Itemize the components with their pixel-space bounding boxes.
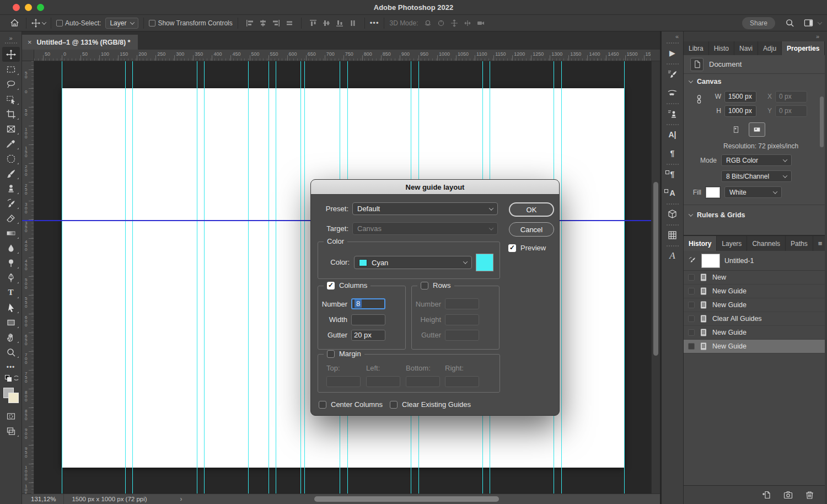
canvas-height-field[interactable]: 1000 px	[724, 105, 756, 117]
canvas-width-field[interactable]: 1500 px	[724, 91, 756, 103]
zoom-level[interactable]: 131,12%	[31, 496, 56, 502]
tab-properties[interactable]: Properties	[782, 41, 825, 55]
history-state-new[interactable]: New	[684, 271, 825, 285]
align-right-icon[interactable]	[270, 17, 283, 29]
new-snapshot-icon[interactable]	[783, 490, 793, 500]
brush-settings-panel-icon[interactable]	[662, 65, 683, 83]
glyph-alternates-panel-icon[interactable]: A	[662, 246, 683, 265]
crop-tool[interactable]	[2, 106, 20, 121]
vertical-guide[interactable]	[204, 61, 205, 494]
vertical-guide[interactable]	[276, 61, 276, 494]
color-mode-dropdown[interactable]: RGB Color	[721, 154, 792, 166]
horizontal-scrollbar-thumb[interactable]	[314, 496, 499, 502]
vertical-guide[interactable]	[304, 61, 305, 494]
zoom-tool[interactable]	[2, 345, 20, 360]
hand-tool[interactable]	[2, 330, 20, 345]
preview-checkbox[interactable]	[508, 244, 516, 252]
quick-mask-button[interactable]	[2, 409, 20, 423]
clear-existing-guides-checkbox[interactable]	[390, 401, 398, 409]
vertical-guide[interactable]	[62, 61, 62, 494]
color-swatch-large[interactable]	[476, 254, 493, 271]
history-snapshot-row[interactable]: Untitled-1	[684, 251, 825, 271]
home-icon[interactable]	[8, 17, 21, 29]
panel-menu-icon[interactable]: ≡	[813, 236, 827, 251]
document-tab[interactable]: × Untitled–1 @ 131% (RGB/8) *	[22, 35, 138, 50]
pen-tool[interactable]	[2, 270, 20, 285]
history-state-new-guide[interactable]: New Guide	[684, 285, 825, 298]
panel-scrollbar-thumb[interactable]	[820, 96, 824, 147]
portrait-orientation-button[interactable]	[728, 122, 744, 137]
new-document-from-state-icon[interactable]	[761, 490, 772, 500]
swap-colors-icon[interactable]	[13, 374, 20, 382]
horizontal-ruler[interactable]: 5005010015020025030035040045050055060065…	[34, 50, 651, 61]
brushes-panel-icon[interactable]	[662, 83, 683, 102]
character-styles-panel-icon[interactable]: A	[662, 184, 683, 202]
tab-channels[interactable]: Channels	[747, 236, 786, 251]
clone-stamp-tool[interactable]	[2, 181, 20, 196]
distribute-horizontal-icon[interactable]	[283, 17, 296, 29]
blur-tool[interactable]	[2, 240, 20, 255]
columns-gutter-field[interactable]: 20 px	[351, 330, 385, 341]
vertical-guide[interactable]	[561, 61, 562, 494]
healing-brush-tool[interactable]	[2, 151, 20, 166]
vertical-scrollbar-thumb[interactable]	[653, 182, 658, 356]
align-top-icon[interactable]	[307, 17, 320, 29]
paragraph-styles-panel-icon[interactable]: ¶	[662, 165, 683, 184]
paragraph-panel-icon[interactable]: ¶	[662, 144, 683, 163]
auto-select-checkbox[interactable]	[56, 20, 63, 26]
history-state-new-guide[interactable]: New Guide	[684, 340, 825, 353]
background-color-swatch[interactable]	[8, 393, 19, 403]
dodge-tool[interactable]	[2, 255, 20, 270]
dialog-title[interactable]: New guide layout	[311, 180, 559, 195]
align-bottom-icon[interactable]	[333, 17, 346, 29]
history-state-new-guide[interactable]: New Guide	[684, 326, 825, 340]
gradient-tool[interactable]	[2, 226, 20, 240]
history-source-well[interactable]	[688, 315, 695, 322]
columns-width-field[interactable]	[351, 314, 385, 325]
more-options-icon[interactable]: •••	[370, 19, 379, 27]
rectangle-tool[interactable]	[2, 315, 20, 330]
tab-histogram[interactable]: Histo	[709, 41, 734, 55]
chevron-down-icon[interactable]	[818, 20, 822, 24]
panel-menu-icon[interactable]: ≡	[825, 41, 827, 55]
object-selection-tool[interactable]	[2, 92, 20, 106]
center-columns-checkbox[interactable]	[319, 401, 326, 409]
link-dimensions-icon[interactable]	[695, 95, 704, 104]
glyphs-panel-icon[interactable]	[662, 226, 683, 244]
history-brush-source-icon[interactable]	[688, 256, 697, 265]
distribute-vertical-icon[interactable]	[346, 17, 359, 29]
vertical-guide[interactable]	[624, 61, 625, 494]
align-left-icon[interactable]	[243, 17, 256, 29]
tab-history[interactable]: History	[684, 236, 717, 251]
history-source-well[interactable]	[688, 302, 695, 308]
share-button[interactable]: Share	[742, 17, 775, 29]
align-center-horizontal-icon[interactable]	[256, 17, 270, 29]
fill-color-swatch[interactable]	[706, 187, 720, 198]
brush-tool[interactable]	[2, 166, 20, 181]
vertical-ruler[interactable]: 5005010015020025030035040045050055060065…	[22, 61, 34, 494]
history-source-well[interactable]	[688, 343, 695, 350]
screen-mode-button[interactable]	[2, 423, 20, 438]
landscape-orientation-button[interactable]	[749, 122, 765, 137]
path-selection-tool[interactable]	[2, 300, 20, 315]
toolbar-grip[interactable]	[5, 42, 17, 44]
history-state-clear-all-guides[interactable]: Clear All Guides	[684, 312, 825, 326]
vertical-scrollbar[interactable]	[651, 61, 660, 494]
vertical-guide[interactable]	[300, 61, 301, 494]
columns-checkbox[interactable]	[327, 282, 335, 289]
type-tool[interactable]: T	[2, 285, 20, 300]
columns-number-field[interactable]: 8	[351, 298, 385, 309]
auto-select-target-dropdown[interactable]: Layer	[105, 18, 138, 29]
vertical-guide[interactable]	[248, 61, 249, 494]
eraser-tool[interactable]	[2, 211, 20, 226]
canvas-section-header[interactable]: Canvas	[684, 74, 825, 89]
clone-source-panel-icon[interactable]	[662, 104, 683, 123]
close-tab-icon[interactable]: ×	[28, 38, 32, 46]
guide-color-dropdown[interactable]: Cyan	[354, 256, 472, 269]
character-panel-icon[interactable]: A|	[662, 125, 683, 144]
rows-checkbox[interactable]	[421, 282, 428, 289]
lasso-tool[interactable]	[2, 77, 20, 92]
vertical-guide[interactable]	[132, 61, 133, 494]
collapse-panels-icon[interactable]: «	[675, 33, 679, 40]
expand-toolbar-icon[interactable]: »	[9, 35, 12, 41]
